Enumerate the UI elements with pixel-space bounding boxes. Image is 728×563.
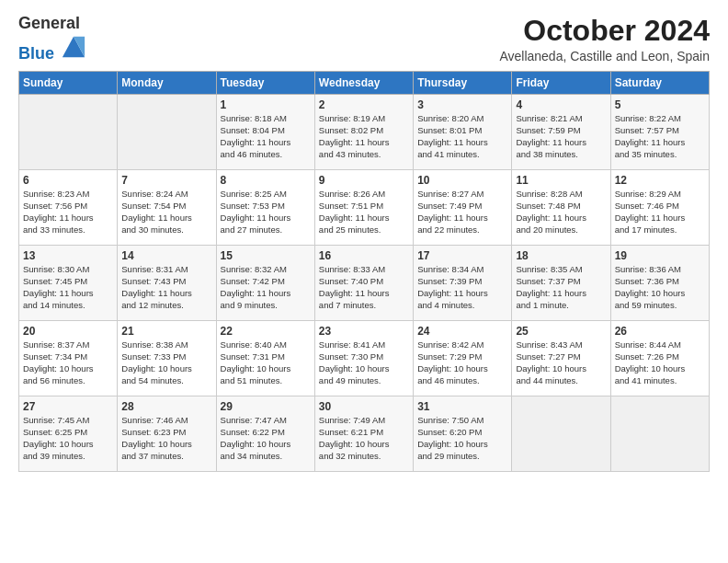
day-detail: Sunrise: 8:19 AM Sunset: 8:02 PM Dayligh… [319, 113, 409, 160]
day-detail: Sunrise: 7:46 AM Sunset: 6:23 PM Dayligh… [121, 415, 211, 462]
logo-icon [61, 33, 86, 59]
day-detail: Sunrise: 8:38 AM Sunset: 7:33 PM Dayligh… [121, 339, 211, 386]
col-sunday: Sunday [19, 72, 118, 95]
calendar-week-4: 20Sunrise: 8:37 AM Sunset: 7:34 PM Dayli… [19, 321, 710, 396]
day-detail: Sunrise: 8:44 AM Sunset: 7:26 PM Dayligh… [615, 339, 705, 386]
calendar-week-5: 27Sunrise: 7:45 AM Sunset: 6:25 PM Dayli… [19, 396, 710, 472]
day-number: 29 [221, 400, 311, 413]
calendar-cell: 9Sunrise: 8:26 AM Sunset: 7:51 PM Daylig… [314, 170, 413, 246]
calendar-cell [19, 95, 118, 170]
calendar-cell: 11Sunrise: 8:28 AM Sunset: 7:48 PM Dayli… [512, 170, 610, 246]
calendar-header-row: Sunday Monday Tuesday Wednesday Thursday… [19, 72, 710, 95]
day-number: 26 [615, 325, 705, 338]
calendar-cell: 21Sunrise: 8:38 AM Sunset: 7:33 PM Dayli… [118, 321, 216, 396]
day-number: 7 [121, 174, 211, 187]
calendar-cell: 18Sunrise: 8:35 AM Sunset: 7:37 PM Dayli… [512, 246, 610, 321]
calendar-cell: 20Sunrise: 8:37 AM Sunset: 7:34 PM Dayli… [19, 321, 118, 396]
day-number: 27 [23, 400, 113, 413]
day-number: 2 [319, 98, 409, 111]
col-thursday: Thursday [414, 72, 512, 95]
day-number: 21 [121, 325, 211, 338]
logo-general: General [18, 14, 80, 32]
calendar-cell: 24Sunrise: 8:42 AM Sunset: 7:29 PM Dayli… [414, 321, 512, 396]
day-detail: Sunrise: 7:45 AM Sunset: 6:25 PM Dayligh… [23, 415, 113, 462]
calendar-week-2: 6Sunrise: 8:23 AM Sunset: 7:56 PM Daylig… [19, 170, 710, 246]
col-friday: Friday [512, 72, 610, 95]
day-detail: Sunrise: 7:47 AM Sunset: 6:22 PM Dayligh… [221, 415, 311, 462]
day-number: 16 [319, 249, 409, 262]
day-number: 20 [23, 325, 113, 338]
calendar-cell: 30Sunrise: 7:49 AM Sunset: 6:21 PM Dayli… [314, 396, 413, 472]
day-number: 6 [23, 174, 113, 187]
day-number: 11 [516, 174, 606, 187]
day-detail: Sunrise: 8:32 AM Sunset: 7:42 PM Dayligh… [221, 264, 311, 311]
day-detail: Sunrise: 8:24 AM Sunset: 7:54 PM Dayligh… [121, 189, 211, 236]
day-number: 31 [417, 400, 507, 413]
day-number: 28 [121, 400, 211, 413]
header: General Blue October 2024 Avellaneda, Ca… [18, 15, 710, 63]
day-number: 9 [319, 174, 409, 187]
calendar-cell: 1Sunrise: 8:18 AM Sunset: 8:04 PM Daylig… [216, 95, 314, 170]
day-detail: Sunrise: 8:42 AM Sunset: 7:29 PM Dayligh… [417, 339, 507, 386]
day-detail: Sunrise: 8:33 AM Sunset: 7:40 PM Dayligh… [319, 264, 409, 311]
day-detail: Sunrise: 8:28 AM Sunset: 7:48 PM Dayligh… [516, 189, 606, 236]
calendar-cell: 29Sunrise: 7:47 AM Sunset: 6:22 PM Dayli… [216, 396, 314, 472]
day-number: 1 [221, 98, 311, 111]
day-detail: Sunrise: 8:41 AM Sunset: 7:30 PM Dayligh… [319, 339, 409, 386]
day-detail: Sunrise: 8:31 AM Sunset: 7:43 PM Dayligh… [121, 264, 211, 311]
day-detail: Sunrise: 8:43 AM Sunset: 7:27 PM Dayligh… [516, 339, 606, 386]
calendar-week-3: 13Sunrise: 8:30 AM Sunset: 7:45 PM Dayli… [19, 246, 710, 321]
day-detail: Sunrise: 8:30 AM Sunset: 7:45 PM Dayligh… [23, 264, 113, 311]
day-number: 17 [417, 249, 507, 262]
day-detail: Sunrise: 8:25 AM Sunset: 7:53 PM Dayligh… [221, 189, 311, 236]
month-title: October 2024 [499, 15, 710, 47]
day-number: 5 [615, 98, 705, 111]
day-number: 13 [23, 249, 113, 262]
day-detail: Sunrise: 8:23 AM Sunset: 7:56 PM Dayligh… [23, 189, 113, 236]
day-number: 19 [615, 249, 705, 262]
calendar-cell: 10Sunrise: 8:27 AM Sunset: 7:49 PM Dayli… [414, 170, 512, 246]
calendar-cell: 28Sunrise: 7:46 AM Sunset: 6:23 PM Dayli… [118, 396, 216, 472]
calendar-cell: 15Sunrise: 8:32 AM Sunset: 7:42 PM Dayli… [216, 246, 314, 321]
calendar-cell: 3Sunrise: 8:20 AM Sunset: 8:01 PM Daylig… [414, 95, 512, 170]
calendar-cell: 6Sunrise: 8:23 AM Sunset: 7:56 PM Daylig… [19, 170, 118, 246]
calendar-cell [610, 396, 709, 472]
col-saturday: Saturday [610, 72, 709, 95]
calendar-cell: 2Sunrise: 8:19 AM Sunset: 8:02 PM Daylig… [314, 95, 413, 170]
col-monday: Monday [118, 72, 216, 95]
calendar-cell: 16Sunrise: 8:33 AM Sunset: 7:40 PM Dayli… [314, 246, 413, 321]
calendar-cell: 27Sunrise: 7:45 AM Sunset: 6:25 PM Dayli… [19, 396, 118, 472]
location-subtitle: Avellaneda, Castille and Leon, Spain [499, 49, 710, 63]
calendar-cell: 31Sunrise: 7:50 AM Sunset: 6:20 PM Dayli… [414, 396, 512, 472]
col-wednesday: Wednesday [314, 72, 413, 95]
logo-blue: Blue [18, 44, 54, 63]
day-number: 10 [417, 174, 507, 187]
day-detail: Sunrise: 8:35 AM Sunset: 7:37 PM Dayligh… [516, 264, 606, 311]
day-number: 30 [319, 400, 409, 413]
day-detail: Sunrise: 7:49 AM Sunset: 6:21 PM Dayligh… [319, 415, 409, 462]
day-detail: Sunrise: 8:27 AM Sunset: 7:49 PM Dayligh… [417, 189, 507, 236]
day-detail: Sunrise: 8:37 AM Sunset: 7:34 PM Dayligh… [23, 339, 113, 386]
calendar-cell [512, 396, 610, 472]
calendar-cell: 4Sunrise: 8:21 AM Sunset: 7:59 PM Daylig… [512, 95, 610, 170]
day-detail: Sunrise: 8:29 AM Sunset: 7:46 PM Dayligh… [615, 189, 705, 236]
page: General Blue October 2024 Avellaneda, Ca… [0, 0, 728, 563]
calendar-week-1: 1Sunrise: 8:18 AM Sunset: 8:04 PM Daylig… [19, 95, 710, 170]
day-number: 15 [221, 249, 311, 262]
calendar-cell: 17Sunrise: 8:34 AM Sunset: 7:39 PM Dayli… [414, 246, 512, 321]
day-number: 24 [417, 325, 507, 338]
day-detail: Sunrise: 8:22 AM Sunset: 7:57 PM Dayligh… [615, 113, 705, 160]
day-detail: Sunrise: 7:50 AM Sunset: 6:20 PM Dayligh… [417, 415, 507, 462]
day-number: 4 [516, 98, 606, 111]
day-detail: Sunrise: 8:20 AM Sunset: 8:01 PM Dayligh… [417, 113, 507, 160]
calendar-cell: 19Sunrise: 8:36 AM Sunset: 7:36 PM Dayli… [610, 246, 709, 321]
day-detail: Sunrise: 8:34 AM Sunset: 7:39 PM Dayligh… [417, 264, 507, 311]
calendar-cell: 25Sunrise: 8:43 AM Sunset: 7:27 PM Dayli… [512, 321, 610, 396]
calendar-cell: 5Sunrise: 8:22 AM Sunset: 7:57 PM Daylig… [610, 95, 709, 170]
title-block: October 2024 Avellaneda, Castille and Le… [499, 15, 710, 63]
calendar-cell: 12Sunrise: 8:29 AM Sunset: 7:46 PM Dayli… [610, 170, 709, 246]
day-number: 12 [615, 174, 705, 187]
col-tuesday: Tuesday [216, 72, 314, 95]
calendar-cell: 8Sunrise: 8:25 AM Sunset: 7:53 PM Daylig… [216, 170, 314, 246]
day-detail: Sunrise: 8:21 AM Sunset: 7:59 PM Dayligh… [516, 113, 606, 160]
